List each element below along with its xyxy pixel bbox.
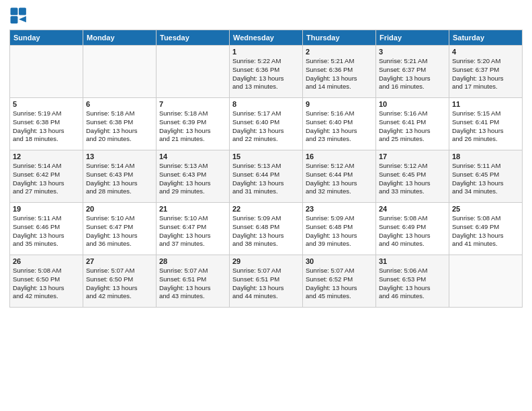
day-number: 26 — [13, 257, 80, 265]
calendar-cell: 16Sunrise: 5:12 AMSunset: 6:44 PMDayligh… — [303, 150, 376, 203]
day-info-line: Sunset: 6:51 PM — [232, 275, 300, 284]
calendar-cell: 20Sunrise: 5:10 AMSunset: 6:47 PMDayligh… — [83, 203, 157, 255]
day-number: 22 — [232, 205, 300, 213]
day-number: 25 — [452, 205, 519, 213]
day-info-line: and 13 minutes. — [232, 83, 300, 91]
day-info-line: Sunrise: 5:13 AM — [232, 162, 300, 171]
day-info-line: Sunrise: 5:10 AM — [86, 214, 153, 223]
day-info-line: Sunset: 6:38 PM — [86, 118, 153, 127]
day-info-line: Sunset: 6:46 PM — [13, 223, 80, 232]
day-info-line: Sunrise: 5:09 AM — [306, 214, 373, 223]
day-info-line: and 18 minutes. — [13, 135, 80, 144]
logo-icon — [9, 7, 28, 26]
day-info-line: Daylight: 13 hours — [452, 232, 519, 240]
day-info-line: Sunset: 6:42 PM — [13, 171, 80, 179]
header — [9, 7, 523, 26]
day-info-line: Sunset: 6:44 PM — [306, 171, 373, 179]
day-info-line: Sunset: 6:44 PM — [232, 171, 300, 179]
day-info-line: and 22 minutes. — [232, 135, 300, 144]
day-number: 15 — [232, 152, 300, 161]
day-info-line: Sunrise: 5:21 AM — [306, 57, 373, 66]
week-row-3: 19Sunrise: 5:11 AMSunset: 6:46 PMDayligh… — [10, 203, 523, 255]
day-info-line: Daylight: 13 hours — [86, 284, 153, 293]
day-info-line: Daylight: 13 hours — [86, 179, 153, 188]
svg-rect-0 — [11, 8, 18, 15]
day-info-line: Daylight: 13 hours — [379, 75, 446, 83]
day-info-line: Daylight: 13 hours — [13, 127, 80, 136]
day-number: 18 — [452, 152, 519, 161]
svg-rect-2 — [11, 16, 18, 24]
day-info-line: and 36 minutes. — [86, 240, 153, 248]
day-number: 14 — [159, 152, 226, 161]
calendar-cell — [449, 255, 523, 308]
day-info-line: Sunrise: 5:08 AM — [13, 267, 80, 275]
day-info-line: Sunset: 6:51 PM — [159, 275, 226, 284]
calendar-cell: 28Sunrise: 5:07 AMSunset: 6:51 PMDayligh… — [157, 255, 230, 308]
day-info-line: Daylight: 13 hours — [306, 127, 373, 136]
day-info-line: and 20 minutes. — [86, 135, 153, 144]
day-info-line: Sunset: 6:39 PM — [159, 118, 226, 127]
day-number: 16 — [306, 152, 373, 161]
day-info-line: Daylight: 13 hours — [306, 284, 373, 293]
day-info-line: Daylight: 13 hours — [86, 127, 153, 136]
day-info-line: Sunset: 6:50 PM — [86, 275, 153, 284]
calendar-cell: 22Sunrise: 5:09 AMSunset: 6:48 PMDayligh… — [230, 203, 303, 255]
logo — [9, 7, 31, 26]
calendar-cell: 29Sunrise: 5:07 AMSunset: 6:51 PMDayligh… — [230, 255, 303, 308]
calendar-cell: 1Sunrise: 5:22 AMSunset: 6:36 PMDaylight… — [230, 46, 303, 98]
day-info-line: Sunrise: 5:07 AM — [159, 267, 226, 275]
day-info-line: and 21 minutes. — [159, 135, 226, 144]
day-info-line: and 27 minutes. — [13, 187, 80, 196]
calendar-cell: 30Sunrise: 5:07 AMSunset: 6:52 PMDayligh… — [303, 255, 376, 308]
day-info-line: Daylight: 13 hours — [159, 232, 226, 240]
day-info-line: Sunset: 6:40 PM — [232, 118, 300, 127]
calendar-cell: 25Sunrise: 5:08 AMSunset: 6:49 PMDayligh… — [449, 203, 523, 255]
day-info-line: Daylight: 13 hours — [306, 75, 373, 83]
day-info-line: Sunrise: 5:11 AM — [13, 214, 80, 223]
day-info-line: Sunrise: 5:16 AM — [379, 109, 446, 118]
day-info-line: Sunrise: 5:07 AM — [306, 267, 373, 275]
day-info-line: Sunrise: 5:18 AM — [86, 109, 153, 118]
day-number: 5 — [13, 100, 80, 108]
day-info-line: and 28 minutes. — [86, 187, 153, 196]
calendar-cell: 5Sunrise: 5:19 AMSunset: 6:38 PMDaylight… — [10, 98, 83, 150]
day-number: 9 — [306, 100, 373, 108]
calendar-cell: 4Sunrise: 5:20 AMSunset: 6:37 PMDaylight… — [449, 46, 523, 98]
day-info-line: Daylight: 13 hours — [232, 284, 300, 293]
weekday-header-wednesday: Wednesday — [230, 30, 303, 46]
day-info-line: and 25 minutes. — [379, 135, 446, 144]
day-info-line: and 43 minutes. — [159, 292, 226, 301]
day-info-line: and 14 minutes. — [306, 83, 373, 91]
day-info-line: Daylight: 13 hours — [159, 284, 226, 293]
day-info-line: Sunset: 6:36 PM — [232, 66, 300, 75]
day-number: 2 — [306, 48, 373, 56]
day-info-line: Daylight: 13 hours — [452, 179, 519, 188]
calendar-cell — [157, 46, 230, 98]
day-info-line: Sunset: 6:53 PM — [379, 275, 446, 284]
day-info-line: Sunrise: 5:06 AM — [379, 267, 446, 275]
day-number: 3 — [379, 48, 446, 56]
day-info-line: Daylight: 13 hours — [232, 127, 300, 136]
calendar-cell: 2Sunrise: 5:21 AMSunset: 6:36 PMDaylight… — [303, 46, 376, 98]
day-number: 23 — [306, 205, 373, 213]
day-info-line: Daylight: 13 hours — [13, 284, 80, 293]
day-info-line: Sunrise: 5:09 AM — [232, 214, 300, 223]
calendar-cell: 10Sunrise: 5:16 AMSunset: 6:41 PMDayligh… — [376, 98, 449, 150]
day-info-line: Daylight: 13 hours — [232, 179, 300, 188]
weekday-header-saturday: Saturday — [449, 30, 523, 46]
day-info-line: and 37 minutes. — [159, 240, 226, 248]
day-number: 7 — [159, 100, 226, 108]
day-info-line: Sunrise: 5:12 AM — [379, 162, 446, 171]
calendar-cell: 6Sunrise: 5:18 AMSunset: 6:38 PMDaylight… — [83, 98, 157, 150]
day-info-line: Sunset: 6:48 PM — [232, 223, 300, 232]
day-info-line: Sunset: 6:43 PM — [86, 171, 153, 179]
day-number: 27 — [86, 257, 153, 265]
weekday-header-friday: Friday — [376, 30, 449, 46]
day-info-line: Sunset: 6:37 PM — [379, 66, 446, 75]
day-info-line: Sunset: 6:41 PM — [452, 118, 519, 127]
day-number: 17 — [379, 152, 446, 161]
day-number: 19 — [13, 205, 80, 213]
day-info-line: and 31 minutes. — [232, 187, 300, 196]
day-info-line: and 40 minutes. — [379, 240, 446, 248]
day-info-line: Sunrise: 5:08 AM — [452, 214, 519, 223]
